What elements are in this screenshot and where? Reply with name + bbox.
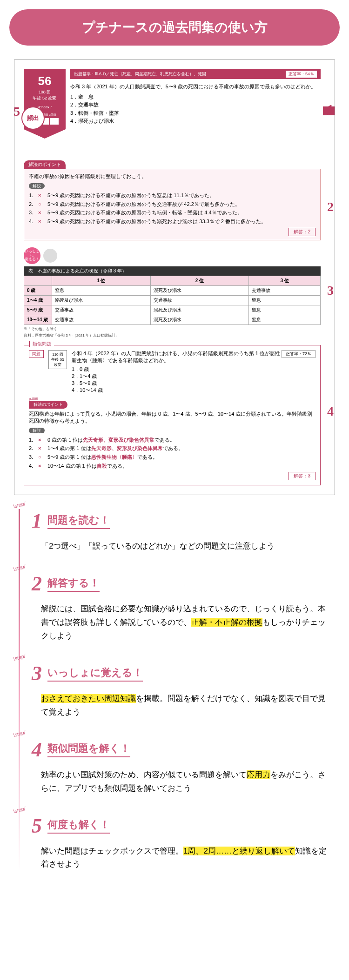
similar-tab: 類似問題 (29, 341, 54, 347)
together-bubble: いっしょに 覚える！ (24, 247, 40, 264)
table-title: 表 不慮の事故による死亡の状況（令和 3 年） (24, 266, 321, 276)
step-body: おさえておきたい周辺知識を掲載。問題を解くだけでなく、知識を図表で目で見て覚えよ… (41, 692, 330, 719)
similar-explain-label: 解説 (29, 428, 45, 433)
page-title: プチナースの過去問集の使い方 (9, 9, 340, 46)
step-item: \step/ 3 いっしょに覚える！ おさえておきたい周辺知識を掲載。問題を解く… (32, 662, 330, 719)
option-item: 3．5〜9 歳 (72, 380, 282, 387)
callout-5: 5 (13, 104, 20, 119)
table-row: 10〜14 歳交通事故溺死及び溺水窒息 (24, 315, 321, 324)
explanation-item: 3.○5〜9 歳の第 1 位は悪性新生物〈腫瘍〉である。 (29, 453, 315, 462)
step-label: \step/ (13, 563, 26, 572)
criteria-text: ：Ⅲ-6-D／死亡（死産、周産期死亡、乳児死亡を含む）、死因 (91, 71, 207, 77)
step-item: \step/ 1 問題を読む！ 「2つ選べ」「誤っているのはどれか」などの問題文… (32, 509, 330, 553)
explain-label: 解説 (29, 183, 45, 189)
explanation-item: 2.×1〜4 歳の第 1 位は先天奇形、変形及び染色体異常である。 (29, 444, 315, 453)
step-label: \step/ (13, 501, 26, 510)
step-number: 5 (32, 814, 42, 838)
table-row: 1〜4 歳溺死及び溺水交通事故窒息 (24, 295, 321, 305)
similar-answer-chip: 解答：3 (289, 472, 315, 480)
step-label: \step/ (13, 805, 26, 814)
explanation-item: 2.○5〜9 歳の死因における不慮の事故の原因のうち交通事故が 42.2％で最も… (29, 200, 315, 209)
step-body: 解いた問題はチェックボックスで管理。1周、2周……と繰り返し解いて知識を定着させ… (41, 845, 330, 872)
step-label: \step/ (13, 729, 26, 738)
together-block: いっしょに 覚える！ (24, 247, 321, 264)
option-item: 3．転倒・転落・墜落 (70, 109, 321, 118)
step-label: \step/ (13, 653, 26, 662)
step-body: 効率のよい国試対策のため、内容が似ている問題を解いて応用力をみがこう。さらに、ア… (41, 768, 330, 795)
step-item: \step/ 4 類似問題を解く！ 効率のよい国試対策のため、内容が似ている問題… (32, 738, 330, 795)
page-ref: p.869 (29, 397, 315, 401)
step-body: 解説には、国試合格に必要な知識が盛り込まれているので、じっくり読もう。本書では誤… (41, 603, 330, 643)
explanation-item: 4.×10〜14 歳の第 1 位は自殺である。 (29, 462, 315, 470)
table-row: 5〜9 歳交通事故溺死及び溺水窒息 (24, 305, 321, 315)
similar-point-header: 解法のポイント (29, 401, 67, 409)
frequency-badge: 頻出 (21, 106, 45, 130)
table-header: 2 位 (150, 276, 249, 285)
step-number: 1 (32, 509, 42, 533)
question-source: 108 回 午後 52 改変 (24, 89, 66, 101)
table-header (24, 276, 52, 285)
point-box: 不慮の事故の原因を年齢階級別に整理しておこう。 解説 1.×5〜9 歳の死因にお… (24, 169, 321, 240)
explanation-item: 3.×5〜9 歳の死因における不慮の事故の原因のうち転倒・転落・墜落は 4.4％… (29, 208, 315, 217)
option-item: 4．10〜14 歳 (72, 387, 282, 394)
category-tab: 社 会 (323, 106, 335, 115)
similar-question-box: 類似問題 正答率：72％ 問題 110 回 午後 53 改変 令和 4 年（20… (24, 345, 321, 486)
option-item: 2．交通事故 (70, 101, 321, 109)
correct-rate: 正答率：54％ (286, 71, 317, 78)
step-number: 3 (32, 662, 42, 685)
option-item: 1．窒 息 (70, 93, 321, 101)
table-row: 0 歳窒息溺死及び溺水交通事故 (24, 285, 321, 295)
step-item: \step/ 2 解答する！ 解説には、国試合格に必要な知識が盛り込まれているの… (32, 572, 330, 643)
explanation-item: 1.×0 歳の第 1 位は先天奇形、変形及び染色体異常である。 (29, 436, 315, 444)
option-item: 4．溺死および溺水 (70, 117, 321, 126)
callout-4: 4 (327, 404, 334, 419)
point-header: 解法のポイント (24, 160, 66, 169)
table-note-1: ※「その他」を除く (24, 326, 321, 331)
point-text: 不慮の事故の原因を年齢階級別に整理しておこう。 (29, 173, 315, 180)
similar-q-label: 問題 (29, 350, 44, 358)
koala-icon (43, 249, 57, 263)
steps-list: \step/ 1 問題を読む！ 「2つ選べ」「誤っているのはどれか」などの問題文… (19, 509, 330, 871)
step-number: 4 (32, 738, 42, 761)
criteria-label: 出題基準 (74, 71, 91, 77)
similar-question-text: 令和 4 年（2022 年）の人口動態統計における、小児の年齢階級別死因のうち第… (72, 350, 282, 364)
step-title: 解答する！ (47, 576, 100, 592)
question-text: 令和 3 年（2021 年）の人口動態調査で、5〜9 歳の死因における不慮の事故… (70, 83, 321, 91)
explanation-item: 4.×5〜9 歳の死因における不慮の事故の原因のうち溺死および溺水は 33.3％… (29, 217, 315, 226)
question-body: 令和 3 年（2021 年）の人口動態調査で、5〜9 歳の死因における不慮の事故… (70, 83, 321, 126)
similar-source: 110 回 午後 53 改変 (48, 350, 67, 369)
table-header: 3 位 (249, 276, 321, 285)
table-note-2: 資料：厚生労働省「令和 3 年（2021 年）人口動態統計」 (24, 333, 321, 338)
callout-2: 2 (327, 199, 334, 214)
data-table: 1 位2 位3 位0 歳窒息溺死及び溺水交通事故1〜4 歳溺死及び溺水交通事故窒… (24, 276, 321, 325)
option-item: 2．1〜4 歳 (72, 373, 282, 380)
step-number: 2 (32, 572, 42, 596)
step-title: 何度も解く！ (47, 818, 110, 834)
option-item: 1．0 歳 (72, 366, 282, 373)
step-title: 類似問題を解く！ (47, 742, 130, 757)
step-title: 問題を読む！ (47, 513, 110, 529)
explanation-item: 1.×5〜9 歳の死因における不慮の事故の原因のうち窒息は 11.1％であった。 (29, 191, 315, 200)
step-title: いっしょに覚える！ (47, 666, 143, 682)
step-item: \step/ 5 何度も解く！ 解いた問題はチェックボックスで管理。1周、2周…… (32, 814, 330, 872)
answer-chip: 解答：2 (289, 228, 315, 236)
callout-3: 3 (327, 283, 334, 298)
table-header: 1 位 (52, 276, 151, 285)
criteria-bar: 出題基準 ：Ⅲ-6-D／死亡（死産、周産期死亡、乳児死亡を含む）、死因 正答率：… (70, 69, 321, 79)
similar-rate: 正答率：72％ (282, 350, 315, 358)
step-body: 「2つ選べ」「誤っているのはどれか」などの問題文に注意しよう (41, 540, 330, 553)
similar-point-text: 死因構造は年齢によって異なる。小児期の場合、年齢は 0 歳、1〜4 歳、5〜9 … (29, 411, 315, 424)
example-page: 1 2 3 4 5 56 108 回 午後 52 改変 \Check!/ 1回目… (14, 60, 335, 495)
question-number: 56 (24, 74, 66, 88)
